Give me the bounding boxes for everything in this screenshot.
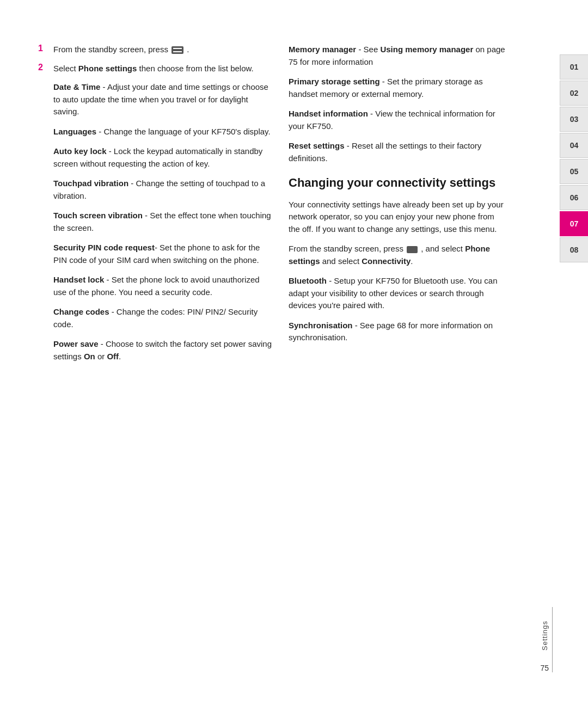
tab-08[interactable]: 08 xyxy=(560,237,588,262)
section-date-time: Date & Time - Adjust your date and time … xyxy=(53,81,272,118)
section-touchpad-vibration-text: Touchpad vibration - Change the setting … xyxy=(53,179,265,200)
page-number: 75 xyxy=(540,664,549,672)
tab-01[interactable]: 01 xyxy=(560,54,588,79)
step-1-number: 1 xyxy=(38,44,48,56)
section-change-codes: Change codes - Change the codes: PIN/ PI… xyxy=(53,306,272,330)
connectivity-link: Connectivity xyxy=(362,256,411,266)
section-handset-info-text: Handset information - View the technical… xyxy=(289,109,495,131)
connectivity-intro: Your connectivity settings have already … xyxy=(289,199,506,236)
section-auto-key-lock-text: Auto key lock - Lock the keypad automati… xyxy=(53,146,262,168)
section-security-pin-text: Security PIN code request- Set the phone… xyxy=(53,243,260,265)
phone-settings-bold: Phone settings xyxy=(78,64,137,73)
section-memory-manager: Memory manager - See Using memory manage… xyxy=(289,44,506,68)
primary-storage-title: Primary storage setting xyxy=(289,77,380,86)
tab-06[interactable]: 06 xyxy=(560,185,588,210)
section-touchpad-vibration: Touchpad vibration - Change the setting … xyxy=(53,177,272,202)
sidebar-tabs: 01 02 03 04 05 06 07 08 xyxy=(560,54,588,262)
section-change-codes-text: Change codes - Change the codes: PIN/ PI… xyxy=(53,307,258,329)
menu-icon-1 xyxy=(171,46,183,54)
memory-manager-title: Memory manager xyxy=(289,45,356,54)
reset-settings-title: Reset settings xyxy=(289,141,345,150)
power-save-on: On xyxy=(84,352,95,361)
connectivity-section: Changing your connectivity settings Your… xyxy=(289,175,506,344)
connectivity-heading: Changing your connectivity settings xyxy=(289,175,506,191)
section-reset-settings: Reset settings - Reset all the settings … xyxy=(289,140,506,164)
content-area: 1 From the standby screen, press . 2 Sel… xyxy=(0,33,588,672)
section-auto-key-lock: Auto key lock - Lock the keypad automati… xyxy=(53,145,272,170)
auto-key-lock-title: Auto key lock xyxy=(53,146,107,156)
section-touch-screen-vibration-text: Touch screen vibration - Set the effect … xyxy=(53,211,271,232)
connectivity-step: From the standby screen, press , and sel… xyxy=(289,243,506,267)
synchronisation-title: Synchronisation xyxy=(289,321,353,330)
right-column: Memory manager - See Using memory manage… xyxy=(289,33,517,672)
section-power-save-text: Power save - Choose to switch the factor… xyxy=(53,339,272,361)
bluetooth-title: Bluetooth xyxy=(289,276,327,285)
date-time-title: Date & Time xyxy=(53,82,100,91)
section-languages-text: Languages - Change the language of your … xyxy=(53,127,271,136)
page-container: 1 From the standby screen, press . 2 Sel… xyxy=(0,0,588,705)
section-languages: Languages - Change the language of your … xyxy=(53,126,272,138)
step-2-number: 2 xyxy=(38,63,48,75)
section-handset-lock-text: Handset lock - Set the phone lock to avo… xyxy=(53,275,260,297)
section-synchronisation-text: Synchronisation - See page 68 for more i… xyxy=(289,321,493,342)
section-primary-storage-text: Primary storage setting - Set the primar… xyxy=(289,77,483,99)
handset-info-title: Handset information xyxy=(289,109,368,118)
languages-title: Languages xyxy=(53,127,96,136)
section-primary-storage: Primary storage setting - Set the primar… xyxy=(289,76,506,100)
touchpad-vibration-title: Touchpad vibration xyxy=(53,179,128,188)
section-bluetooth-text: Bluetooth - Setup your KF750 for Bluetoo… xyxy=(289,276,498,310)
change-codes-title: Change codes xyxy=(53,307,109,316)
section-bluetooth: Bluetooth - Setup your KF750 for Bluetoo… xyxy=(289,275,506,312)
tab-04[interactable]: 04 xyxy=(560,133,588,158)
section-touch-screen-vibration: Touch screen vibration - Set the effect … xyxy=(53,210,272,234)
touch-screen-vibration-title: Touch screen vibration xyxy=(53,211,143,220)
section-security-pin: Security PIN code request- Set the phone… xyxy=(53,242,272,266)
step-2: 2 Select Phone settings then choose from… xyxy=(38,63,272,75)
section-handset-lock: Handset lock - Set the phone lock to avo… xyxy=(53,274,272,298)
step-1-text: From the standby screen, press . xyxy=(53,44,189,56)
power-save-off: Off xyxy=(107,352,119,361)
power-save-title: Power save xyxy=(53,339,99,348)
tab-03[interactable]: 03 xyxy=(560,107,588,132)
handset-lock-title: Handset lock xyxy=(53,275,104,284)
section-synchronisation: Synchronisation - See page 68 for more i… xyxy=(289,320,506,344)
section-date-time-text: Date & Time - Adjust your date and time … xyxy=(53,82,268,116)
tab-02[interactable]: 02 xyxy=(560,81,588,106)
settings-label: Settings xyxy=(541,621,549,651)
left-column: 1 From the standby screen, press . 2 Sel… xyxy=(38,33,289,672)
footer-divider xyxy=(552,607,553,672)
tab-05[interactable]: 05 xyxy=(560,159,588,184)
section-reset-settings-text: Reset settings - Reset all the settings … xyxy=(289,141,481,163)
section-memory-manager-text: Memory manager - See Using memory manage… xyxy=(289,45,505,66)
step-1: 1 From the standby screen, press . xyxy=(38,44,272,56)
memory-manager-link: Using memory manager xyxy=(380,45,473,54)
section-handset-info: Handset information - View the technical… xyxy=(289,108,506,132)
section-power-save: Power save - Choose to switch the factor… xyxy=(53,338,272,363)
security-pin-title: Security PIN code request xyxy=(53,243,155,252)
step-2-text: Select Phone settings then choose from t… xyxy=(53,63,254,75)
tab-07[interactable]: 07 xyxy=(560,211,588,236)
menu-icon-2 xyxy=(407,246,418,253)
